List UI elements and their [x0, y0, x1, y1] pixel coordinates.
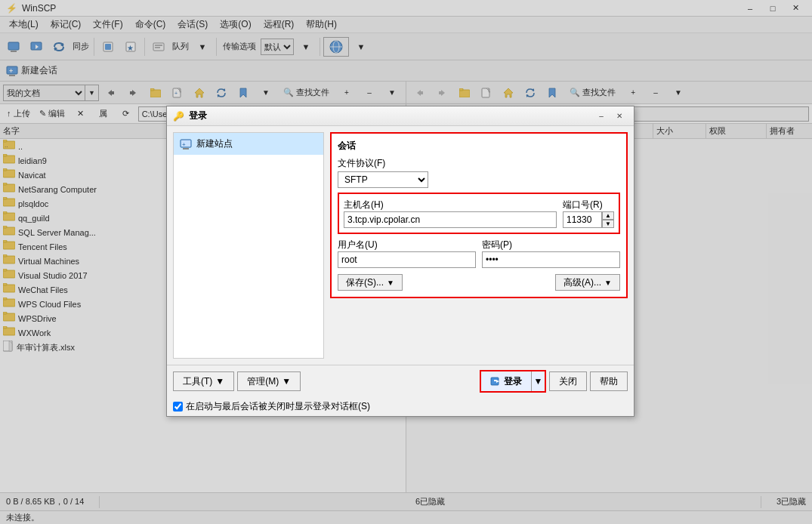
tools-button[interactable]: 工具(T) ▼	[173, 371, 234, 391]
port-group: 端口号(R) ▲ ▼	[563, 199, 614, 228]
footer-right-buttons: 登录 ▼ 关闭 帮助	[480, 370, 628, 393]
hostname-group: 主机名(H)	[344, 199, 557, 228]
footer-left-buttons: 工具(T) ▼ 管理(M) ▼	[173, 371, 301, 391]
login-button[interactable]: 登录	[481, 371, 531, 391]
port-spin-down[interactable]: ▼	[602, 220, 614, 228]
dialog-site-tree: + 新建站点	[173, 132, 324, 359]
session-label: 会话	[338, 140, 620, 153]
dialog-title-bar: 🔑 登录 – ✕	[167, 106, 634, 126]
save-button[interactable]: 保存(S)... ▼	[338, 274, 403, 291]
dialog-close-btn[interactable]: ✕	[611, 109, 628, 123]
protocol-label: 文件协议(F)	[338, 157, 620, 170]
tools-arrow-icon[interactable]: ▼	[215, 376, 224, 387]
port-spin-up[interactable]: ▲	[602, 211, 614, 220]
login-arrow-button[interactable]: ▼	[531, 371, 545, 391]
save-advanced-row: 保存(S)... ▼ 高级(A)... ▼	[338, 274, 620, 291]
help-dialog-button[interactable]: 帮助	[590, 371, 628, 391]
dialog-title-text: 登录	[189, 109, 593, 122]
dialog-minimize-btn[interactable]: –	[593, 109, 610, 123]
dialog-body: + 新建站点 会话 文件协议(F) SFTP FTP SCP	[167, 126, 634, 365]
hostname-label: 主机名(H)	[344, 199, 384, 210]
dialog-title-controls: – ✕	[593, 109, 628, 123]
host-port-section: 主机名(H) 端口号(R) ▲ ▼	[338, 193, 620, 234]
login-icon	[490, 376, 501, 387]
dialog-title-icon: 🔑	[173, 111, 184, 122]
save-arrow-icon[interactable]: ▼	[387, 279, 394, 287]
monitor-icon: +	[180, 138, 192, 150]
session-section: 会话 文件协议(F) SFTP FTP SCP WebDAV S3	[330, 132, 628, 298]
manage-button[interactable]: 管理(M) ▼	[237, 371, 301, 391]
advanced-button[interactable]: 高级(A)... ▼	[555, 274, 620, 291]
manage-arrow-icon[interactable]: ▼	[282, 376, 291, 387]
hostname-input[interactable]	[344, 211, 557, 228]
username-input[interactable]	[338, 251, 476, 268]
login-btn-group: 登录 ▼	[480, 370, 546, 393]
login-dialog: 🔑 登录 – ✕ + 新建站点 会话	[166, 106, 634, 417]
protocol-select[interactable]: SFTP FTP SCP WebDAV S3	[338, 171, 428, 188]
show-login-checkbox[interactable]	[173, 402, 183, 411]
password-group: 密码(P)	[482, 239, 620, 268]
username-label: 用户名(U)	[338, 239, 378, 250]
close-dialog-button[interactable]: 关闭	[549, 371, 587, 391]
port-label: 端口号(R)	[563, 199, 603, 210]
user-pass-row: 用户名(U) 密码(P)	[338, 239, 620, 268]
new-site-label: 新建站点	[196, 137, 233, 150]
port-wrap: ▲ ▼	[563, 211, 614, 228]
username-group: 用户名(U)	[338, 239, 476, 268]
svg-rect-63	[183, 148, 189, 149]
protocol-row: 文件协议(F) SFTP FTP SCP WebDAV S3	[338, 157, 620, 188]
show-login-label: 在启动与最后会话被关闭时显示登录对话框(S)	[186, 400, 370, 413]
dialog-checkbox-row: 在启动与最后会话被关闭时显示登录对话框(S)	[167, 397, 634, 416]
password-label: 密码(P)	[482, 239, 512, 250]
port-input[interactable]	[563, 211, 602, 228]
port-spinner: ▲ ▼	[602, 211, 614, 228]
password-input[interactable]	[482, 251, 620, 268]
advanced-arrow-icon[interactable]: ▼	[604, 279, 612, 287]
svg-text:+: +	[182, 141, 186, 148]
new-site-item[interactable]: + 新建站点	[174, 133, 323, 155]
dialog-footer: 工具(T) ▼ 管理(M) ▼ 登录 ▼ 关闭	[167, 365, 634, 397]
dialog-right-panel: 会话 文件协议(F) SFTP FTP SCP WebDAV S3	[330, 132, 628, 359]
